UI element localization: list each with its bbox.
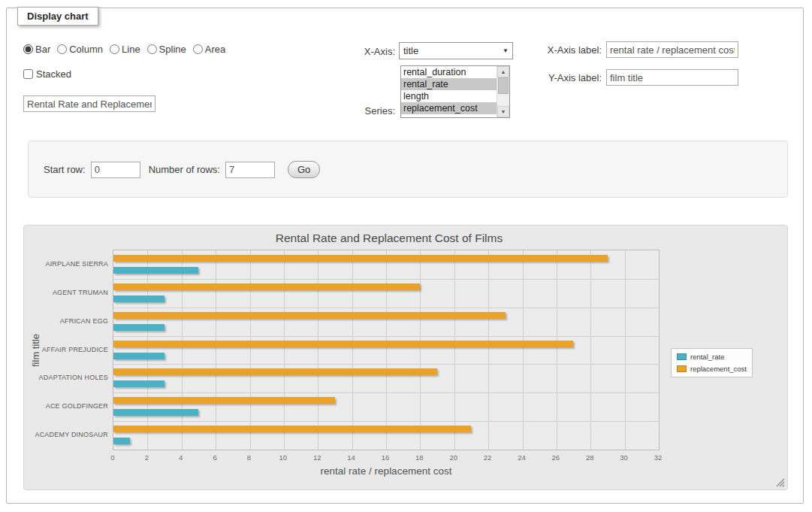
scroll-down-icon[interactable]: ▼: [497, 106, 509, 117]
gridline-vertical: [454, 250, 455, 450]
series-option-rental-rate[interactable]: rental_rate: [401, 78, 497, 90]
legend-swatch-replacement_cost: [677, 365, 687, 372]
x-tick-label: 22: [484, 453, 492, 462]
x-tick-label: 24: [518, 453, 526, 462]
scrollbar-thumb[interactable]: [498, 77, 509, 94]
chart-type-area-radio[interactable]: [193, 44, 203, 54]
chart-type-radio-group: Bar Column Line Spline Area: [23, 44, 225, 55]
gridline-horizontal: [113, 421, 659, 422]
stacked-label: Stacked: [36, 68, 71, 80]
start-row-input[interactable]: [91, 162, 140, 178]
gridline-horizontal: [113, 308, 659, 308]
chart-type-column-radio[interactable]: [57, 44, 67, 54]
bar-rental_rate: [113, 409, 198, 416]
scroll-up-icon[interactable]: ▲: [497, 66, 509, 77]
legend-item: replacement_cost: [677, 365, 747, 373]
gridline-vertical: [284, 250, 285, 450]
chart-title: Rental Rate and Replacement Cost of Film…: [24, 232, 754, 245]
chart-x-axis-title: rental rate / replacement cost: [113, 465, 660, 477]
gridline-vertical: [590, 250, 591, 450]
series-list-scrollbar[interactable]: ▲ ▼: [497, 66, 509, 117]
gridline-vertical: [420, 250, 421, 450]
rows-panel: Start row: Number of rows: Go: [28, 141, 788, 198]
category-label: ACADEMY DINOSAUR: [35, 431, 108, 438]
number-of-rows-input[interactable]: [225, 162, 275, 178]
x-tick-label: 30: [620, 453, 628, 462]
x-axis-label-field-label: X-Axis label:: [533, 44, 602, 56]
chart-type-line[interactable]: Line: [110, 44, 140, 55]
chart-type-line-label: Line: [122, 44, 140, 55]
x-tick-label: 2: [145, 453, 149, 462]
y-axis-label-input[interactable]: [606, 69, 738, 86]
go-button[interactable]: Go: [288, 161, 320, 178]
x-tick-label: 32: [654, 453, 663, 462]
gridline-vertical: [488, 250, 489, 450]
chevron-down-icon: ▼: [503, 47, 509, 54]
category-labels: AIRPLANE SIERRAAGENT TRUMANAFRICAN EGGAF…: [36, 250, 108, 450]
gridline-horizontal: [113, 279, 659, 280]
x-tick-label: 14: [347, 453, 355, 462]
chart-legend: rental_ratereplacement_cost: [671, 348, 753, 377]
legend-label: rental_rate: [690, 353, 724, 361]
x-tick-labels: 02468101214161820222426283032: [113, 453, 660, 462]
chart-type-bar-label: Bar: [35, 44, 50, 55]
chart-title-input[interactable]: [23, 95, 155, 112]
category-label: ACE GOLDFINGER: [46, 402, 108, 410]
bar-rental_rate: [113, 438, 130, 444]
chart-type-spline-radio[interactable]: [147, 44, 157, 54]
x-axis-label-input[interactable]: [606, 41, 738, 58]
x-axis-select-value: title: [403, 45, 418, 56]
chart-type-column[interactable]: Column: [57, 44, 103, 55]
gridline-vertical: [523, 250, 524, 450]
category-label: ADAPTATION HOLES: [39, 374, 108, 381]
stacked-checkbox[interactable]: [23, 69, 33, 79]
x-axis-select[interactable]: title ▼: [399, 42, 513, 59]
x-tick-label: 26: [552, 453, 560, 462]
gridline-vertical: [250, 250, 251, 450]
gridline-vertical: [386, 250, 387, 450]
y-axis-label-field-label: Y-Axis label:: [533, 72, 602, 83]
series-option-length[interactable]: length: [401, 90, 497, 102]
bar-rental_rate: [113, 267, 198, 274]
panel-legend: Display chart: [17, 7, 98, 26]
bar-replacement_cost: [113, 397, 335, 404]
bar-rental_rate: [113, 353, 165, 359]
start-row-label: Start row:: [44, 164, 86, 175]
x-tick-label: 0: [110, 453, 114, 462]
x-tick-label: 10: [279, 453, 288, 462]
page: Display chart Bar Column Line Spline Are…: [0, 0, 812, 512]
chart-type-bar-radio[interactable]: [23, 44, 33, 54]
gridline-vertical: [625, 250, 626, 450]
gridline-vertical: [557, 250, 557, 450]
category-label: AIRPLANE SIERRA: [45, 260, 108, 268]
series-field-label: Series:: [330, 105, 395, 117]
display-chart-fieldset: Display chart Bar Column Line Spline Are…: [6, 8, 804, 504]
chart-type-spline-label: Spline: [159, 44, 186, 55]
x-tick-label: 20: [449, 453, 457, 462]
chart-container: Rental Rate and Replacement Cost of Film…: [23, 225, 788, 490]
gridline-horizontal: [113, 364, 659, 365]
x-axis-field-label: X-Axis:: [330, 46, 395, 57]
chart-type-line-radio[interactable]: [110, 44, 119, 54]
chart-type-bar[interactable]: Bar: [23, 44, 50, 55]
chart-type-column-label: Column: [69, 44, 103, 55]
chart-type-area[interactable]: Area: [193, 44, 225, 55]
stacked-checkbox-row[interactable]: Stacked: [23, 68, 71, 80]
gridline-horizontal: [113, 392, 659, 393]
series-option-rental-duration[interactable]: rental_duration: [401, 66, 497, 78]
chart-type-spline[interactable]: Spline: [147, 44, 186, 55]
resize-handle-icon[interactable]: [776, 478, 785, 487]
category-label: AFRICAN EGG: [60, 317, 108, 325]
gridline-vertical: [147, 250, 148, 450]
legend-label: replacement_cost: [690, 365, 747, 373]
bar-replacement_cost: [113, 368, 437, 375]
series-option-replacement-cost[interactable]: replacement_cost: [401, 102, 497, 114]
x-tick-label: 12: [313, 453, 321, 462]
gridline-horizontal: [113, 336, 659, 337]
gridline-vertical: [352, 250, 353, 450]
x-tick-label: 6: [213, 453, 216, 462]
series-listbox[interactable]: rental_duration rental_rate length repla…: [400, 65, 510, 118]
gridline-vertical: [318, 250, 318, 450]
x-tick-label: 16: [382, 453, 390, 462]
bar-replacement_cost: [113, 341, 573, 347]
